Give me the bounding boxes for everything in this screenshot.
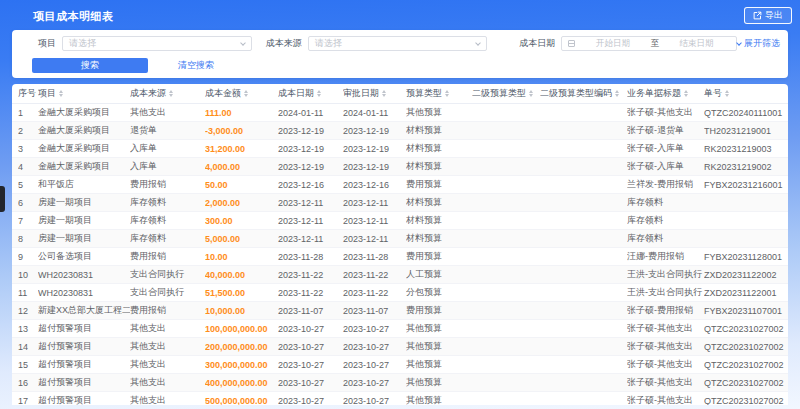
- cell-seq: 6: [18, 198, 38, 208]
- table-row[interactable]: 9 公司备选项目 费用报销 10.00 2023-11-28 2023-11-2…: [12, 248, 788, 266]
- cell-doc-title: 张子硕-其他支出: [627, 340, 704, 353]
- cell-seq: 5: [18, 180, 38, 190]
- cell-seq: 8: [18, 234, 38, 244]
- table-row[interactable]: 17 超付预警项目 其他支出 500,000,000.00 2023-10-27…: [12, 392, 788, 405]
- search-button[interactable]: 搜索: [32, 58, 148, 73]
- cell-budget-type: 其他预算: [406, 322, 472, 335]
- column-header[interactable]: 成本金额: [205, 87, 278, 100]
- export-button[interactable]: 导出: [744, 7, 792, 24]
- cell-seq: 11: [18, 288, 38, 298]
- table-row[interactable]: 10 WH20230831 支出合同执行 40,000.00 2023-11-2…: [12, 266, 788, 284]
- cell-seq: 2: [18, 126, 38, 136]
- column-header[interactable]: 预算类型: [406, 87, 472, 100]
- cell-doc-title: 汪娜-费用报销: [627, 250, 704, 263]
- cell-cost-amount: 111.00: [205, 108, 278, 118]
- cell-project: 金融大厦采购项目: [38, 160, 130, 173]
- expand-filters-link[interactable]: 展开筛选: [737, 37, 780, 50]
- cell-cost-source: 其他支出: [130, 394, 205, 405]
- cell-cost-amount: 4,000.00: [205, 162, 278, 172]
- cell-doc-no: FYBX20231107001: [704, 306, 784, 316]
- sort-icon[interactable]: [244, 90, 248, 97]
- sort-icon[interactable]: [529, 90, 533, 97]
- table-body: 1 金融大厦采购项目 其他支出 111.00 2024-01-11 2024-0…: [12, 104, 788, 405]
- table-row[interactable]: 3 金融大厦采购项目 入库单 31,200.00 2023-12-19 2023…: [12, 140, 788, 158]
- table-row[interactable]: 12 新建XX总部大厦工程二期 费用报销 10,000.00 2023-11-0…: [12, 302, 788, 320]
- column-header-label: 二级预算类型编码: [540, 87, 612, 100]
- column-header[interactable]: 成本日期: [278, 87, 343, 100]
- clear-search-link[interactable]: 清空搜索: [178, 59, 214, 72]
- table-row[interactable]: 5 和平饭店 费用报销 50.00 2023-12-16 2023-12-16 …: [12, 176, 788, 194]
- cell-project: WH20230831: [38, 270, 130, 280]
- sort-icon[interactable]: [725, 90, 729, 97]
- cell-approval-date: 2023-12-11: [343, 234, 406, 244]
- cell-cost-date: 2023-10-27: [278, 378, 343, 388]
- table-row[interactable]: 15 超付预警项目 其他支出 300,000,000.00 2023-10-27…: [12, 356, 788, 374]
- column-header[interactable]: 二级预算类型编码: [540, 87, 627, 100]
- cell-cost-date: 2023-11-22: [278, 288, 343, 298]
- cell-budget-type: 材料预算: [406, 214, 472, 227]
- table-row[interactable]: 13 超付预警项目 其他支出 100,000,000.00 2023-10-27…: [12, 320, 788, 338]
- cell-seq: 7: [18, 216, 38, 226]
- start-date-input[interactable]: 开始日期: [579, 38, 646, 50]
- table-row[interactable]: 11 WH20230831 支出合同执行 51,500.00 2023-11-2…: [12, 284, 788, 302]
- cell-seq: 3: [18, 144, 38, 154]
- table-row[interactable]: 8 房建一期项目 库存领料 5,000.00 2023-12-11 2023-1…: [12, 230, 788, 248]
- cell-cost-date: 2023-12-19: [278, 126, 343, 136]
- column-header[interactable]: 单号: [704, 87, 784, 100]
- column-header[interactable]: 项目: [38, 87, 130, 100]
- column-header[interactable]: 成本来源: [130, 87, 205, 100]
- column-header[interactable]: 业务单据标题: [627, 87, 704, 100]
- cell-doc-title: 王洪-支出合同执行: [627, 268, 704, 281]
- cell-project: 金融大厦采购项目: [38, 106, 130, 119]
- table-row[interactable]: 4 金融大厦采购项目 入库单 4,000.00 2023-12-19 2023-…: [12, 158, 788, 176]
- cell-doc-no: QTZC20240111001: [704, 108, 784, 118]
- cell-doc-title: 张子硕-其他支出: [627, 394, 704, 405]
- cell-project: 公司备选项目: [38, 250, 130, 263]
- cell-cost-amount: 31,200.00: [205, 144, 278, 154]
- cost-source-select-placeholder: 请选择: [315, 37, 342, 50]
- column-header[interactable]: 二级预算类型: [472, 87, 540, 100]
- column-header[interactable]: 审批日期: [343, 87, 406, 100]
- sort-icon[interactable]: [169, 90, 173, 97]
- end-date-input[interactable]: 结束日期: [663, 38, 730, 50]
- cell-budget-type: 其他预算: [406, 340, 472, 353]
- column-header-label: 业务单据标题: [627, 87, 681, 100]
- cell-approval-date: 2023-10-27: [343, 360, 406, 370]
- cell-cost-amount: 50.00: [205, 180, 278, 190]
- cell-budget-type: 其他预算: [406, 376, 472, 389]
- table-row[interactable]: 6 房建一期项目 库存领料 2,000.00 2023-12-11 2023-1…: [12, 194, 788, 212]
- cell-approval-date: 2023-11-22: [343, 288, 406, 298]
- cell-doc-no: RK20231219003: [704, 144, 784, 154]
- chevron-down-icon: [475, 40, 481, 46]
- column-header-label: 成本日期: [278, 87, 314, 100]
- cell-cost-source: 费用报销: [130, 178, 205, 191]
- export-icon: [753, 11, 762, 20]
- cell-budget-type: 材料预算: [406, 232, 472, 245]
- table-row[interactable]: 14 超付预警项目 其他支出 200,000,000.00 2023-10-27…: [12, 338, 788, 356]
- side-drawer-handle[interactable]: [0, 186, 5, 212]
- cell-seq: 16: [18, 378, 38, 388]
- cell-doc-no: QTZC20231027002: [704, 378, 784, 388]
- sort-icon[interactable]: [317, 90, 321, 97]
- cost-source-select[interactable]: 请选择: [308, 36, 488, 51]
- table-row[interactable]: 7 房建一期项目 库存领料 300.00 2023-12-11 2023-12-…: [12, 212, 788, 230]
- cell-cost-amount: 500,000,000.00: [205, 396, 278, 406]
- table-row[interactable]: 1 金融大厦采购项目 其他支出 111.00 2024-01-11 2024-0…: [12, 104, 788, 122]
- sort-icon[interactable]: [684, 90, 688, 97]
- cell-doc-title: 张子硕-退货单: [627, 124, 704, 137]
- sort-icon[interactable]: [445, 90, 449, 97]
- column-header: 序号: [18, 87, 38, 100]
- sort-icon[interactable]: [59, 90, 63, 97]
- column-header-label: 预算类型: [406, 87, 442, 100]
- table-row[interactable]: 16 超付预警项目 其他支出 400,000,000.00 2023-10-27…: [12, 374, 788, 392]
- cell-doc-no: ZXD20231122002: [704, 270, 784, 280]
- cost-date-range-picker[interactable]: 开始日期 至 结束日期: [561, 36, 737, 51]
- column-header-label: 成本金额: [205, 87, 241, 100]
- sort-icon[interactable]: [382, 90, 386, 97]
- project-select[interactable]: 请选择: [62, 36, 252, 51]
- cell-doc-no: FYBX20231216001: [704, 180, 784, 190]
- sort-icon[interactable]: [615, 90, 619, 97]
- cell-budget-type: 材料预算: [406, 124, 472, 137]
- table-row[interactable]: 2 金融大厦采购项目 退货单 -3,000.00 2023-12-19 2023…: [12, 122, 788, 140]
- cell-doc-title: 库存领料: [627, 196, 704, 209]
